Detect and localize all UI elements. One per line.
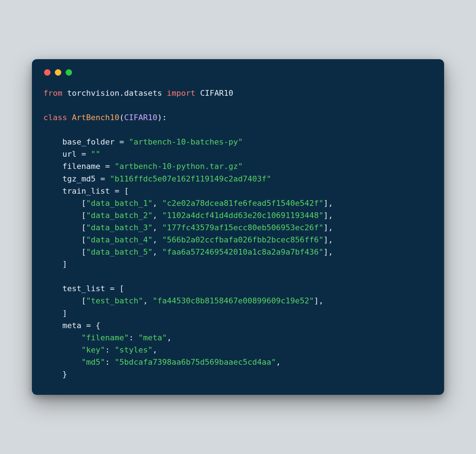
minimize-icon[interactable] <box>55 69 61 76</box>
train-md5-0: "c2e02a78dcea81fe6fead5f1540e542f" <box>162 199 323 208</box>
str-url: "" <box>91 150 100 159</box>
comma: , <box>153 235 162 244</box>
window-titlebar <box>43 69 433 76</box>
bracket: [ <box>81 223 86 232</box>
str-base-folder: "artbench-10-batches-py" <box>129 137 243 146</box>
paren: ( <box>119 113 124 122</box>
attr-filename: filename <box>62 162 100 171</box>
str-filename: "artbench-10-python.tar.gz" <box>115 162 243 171</box>
equals: = <box>86 321 91 330</box>
train-name-0: "data_batch_1" <box>86 199 152 208</box>
attr-meta: meta <box>62 321 81 330</box>
attr-train-list: train_list <box>62 186 110 195</box>
meta-key-val: "styles" <box>115 345 153 354</box>
equals: = <box>119 137 124 146</box>
code-block: from torchvision.datasets import CIFAR10… <box>43 87 433 380</box>
module-torchvision: torchvision <box>67 89 119 98</box>
test-name-0: "test_batch" <box>86 296 143 305</box>
comma: , <box>167 333 171 342</box>
test-md5-0: "fa44530c8b8158467e00899609c19e52" <box>153 296 314 305</box>
colon: : <box>129 333 138 342</box>
meta-filename-val: "meta" <box>138 333 167 342</box>
bracket: [ <box>81 211 86 220</box>
colon: : <box>105 345 115 354</box>
comma: , <box>153 199 162 208</box>
bracket: [ <box>81 235 86 244</box>
equals: = <box>110 284 114 293</box>
bracket: ], <box>324 211 333 220</box>
comma: , <box>153 211 162 220</box>
base-class: CIFAR10 <box>124 113 157 122</box>
bracket: ] <box>62 309 67 318</box>
meta-key-key: "key" <box>81 345 105 354</box>
bracket: ], <box>324 247 333 256</box>
brace: { <box>96 321 100 330</box>
comma: , <box>153 247 162 256</box>
attr-test-list: test_list <box>62 284 105 293</box>
comma: , <box>143 296 153 305</box>
class-name: ArtBench10 <box>72 113 119 122</box>
train-name-2: "data_batch_3" <box>86 223 152 232</box>
train-md5-1: "1102a4dcf41d4dd63e20c10691193448" <box>162 211 323 220</box>
keyword-from: from <box>43 89 62 98</box>
train-md5-3: "566b2a02ccfbafa026fbb2bcec856ff6" <box>162 235 323 244</box>
module-datasets: datasets <box>124 89 162 98</box>
meta-md5-val: "5bdcafa7398aa6b75d569baaec5cd4aa" <box>115 358 276 366</box>
attr-base-folder: base_folder <box>62 137 115 146</box>
train-md5-2: "177fc43579af15ecc80eb506953ec26f" <box>162 223 323 232</box>
bracket: ], <box>324 235 333 244</box>
attr-url: url <box>62 150 77 159</box>
comma: , <box>276 358 281 366</box>
train-md5-4: "faa6a572469542010a1c8a2a9a7bf436" <box>162 247 323 256</box>
keyword-import: import <box>167 89 195 98</box>
dot: . <box>119 89 124 98</box>
bracket: [ <box>81 199 86 208</box>
str-tgz-md5: "b116ffdc5e07e162f119149c2ad7403f" <box>110 174 271 183</box>
equals: = <box>81 150 86 159</box>
bracket: [ <box>81 296 86 305</box>
equals: = <box>100 174 105 183</box>
comma: , <box>153 223 162 232</box>
train-name-4: "data_batch_5" <box>86 247 152 256</box>
bracket: [ <box>124 186 129 195</box>
comma: , <box>153 345 157 354</box>
equals: = <box>105 162 110 171</box>
equals: = <box>115 186 119 195</box>
brace: } <box>62 370 67 379</box>
bracket: ], <box>314 296 324 305</box>
meta-md5-key: "md5" <box>81 358 105 366</box>
bracket: ] <box>62 260 67 269</box>
code-window: from torchvision.datasets import CIFAR10… <box>32 59 444 395</box>
import-name: CIFAR10 <box>200 89 233 98</box>
train-name-1: "data_batch_2" <box>86 211 152 220</box>
zoom-icon[interactable] <box>66 69 72 76</box>
keyword-class: class <box>43 113 67 122</box>
meta-filename-key: "filename" <box>81 333 129 342</box>
paren-colon: ): <box>157 113 167 122</box>
train-name-3: "data_batch_4" <box>86 235 152 244</box>
close-icon[interactable] <box>44 69 51 76</box>
colon: : <box>105 358 115 366</box>
attr-tgz-md5: tgz_md5 <box>62 174 96 183</box>
bracket: [ <box>81 247 86 256</box>
bracket: ], <box>324 199 333 208</box>
bracket: ], <box>324 223 333 232</box>
bracket: [ <box>119 284 124 293</box>
